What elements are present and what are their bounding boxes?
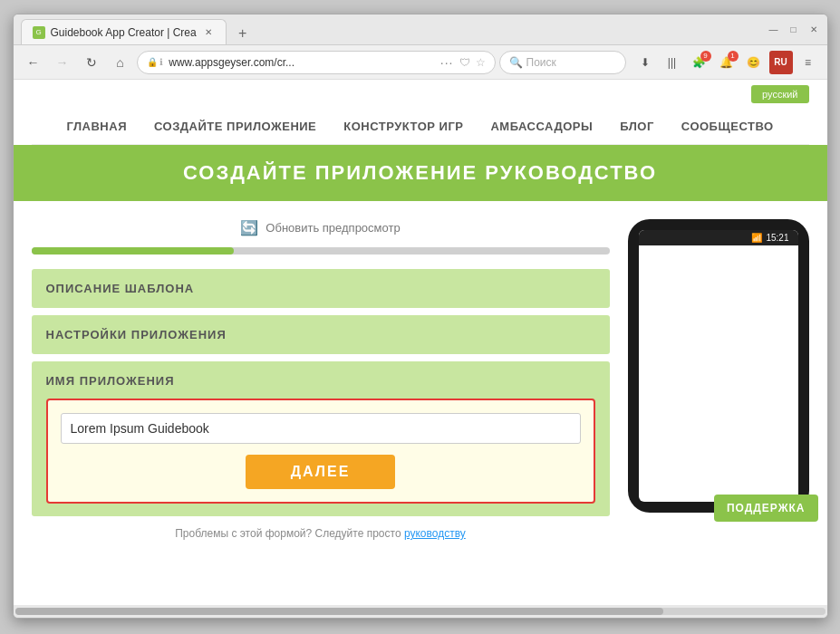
refresh-button[interactable]: ↻ — [79, 50, 104, 75]
accordion-template[interactable]: ОПИСАНИЕ ШАБЛОНА — [32, 269, 610, 308]
support-button[interactable]: ПОДДЕРЖКА — [714, 495, 818, 522]
app-name-section-label: ИМЯ ПРИЛОЖЕНИЯ — [46, 374, 595, 388]
nav-ambassadors[interactable]: АМБАССАДОРЫ — [490, 120, 593, 133]
next-button[interactable]: ДАЛЕЕ — [246, 455, 396, 489]
page-banner: СОЗДАЙТЕ ПРИЛОЖЕНИЕ РУКОВОДСТВО — [14, 145, 827, 201]
phone-status-bar: 📶 15:21 — [639, 230, 798, 245]
progress-fill — [32, 247, 234, 255]
progress-bar — [32, 247, 610, 255]
title-bar: G Guidebook App Creator | Crea ✕ + — □ ✕ — [14, 14, 827, 45]
phone-mockup: 📶 15:21 ПОДДЕРЖКА — [628, 219, 809, 540]
site-header: русский ГЛАВНАЯ СОЗДАЙТЕ ПРИЛОЖЕНИЕ КОНС… — [14, 80, 827, 145]
help-link[interactable]: руководству — [404, 527, 466, 540]
nav-create-app[interactable]: СОЗДАЙТЕ ПРИЛОЖЕНИЕ — [154, 120, 316, 133]
search-placeholder: Поиск — [526, 56, 556, 69]
star-icon[interactable]: ☆ — [476, 56, 486, 69]
nav-home[interactable]: ГЛАВНАЯ — [66, 120, 127, 133]
refresh-bar: 🔄 Обновить предпросмотр — [32, 219, 610, 236]
nav-blog[interactable]: БЛОГ — [620, 120, 654, 133]
help-text: Проблемы с этой формой? Следуйте просто … — [32, 527, 610, 540]
window-minimize-button[interactable]: — — [768, 24, 780, 36]
tab-favicon: G — [33, 26, 45, 39]
home-button[interactable]: ⌂ — [108, 50, 133, 75]
notification-icon[interactable]: 🔔 1 — [715, 51, 739, 74]
nav-bar: ← → ↻ ⌂ 🔒 ℹ www.appsgeyser.com/cr... ···… — [14, 45, 827, 80]
forward-button[interactable]: → — [50, 50, 75, 75]
search-icon: 🔍 — [509, 56, 523, 69]
scroll-thumb[interactable] — [15, 608, 663, 615]
nav-game-builder[interactable]: КОНСТРУКТОР ИГР — [343, 120, 463, 133]
app-name-form: ДАЛЕЕ — [46, 399, 595, 504]
search-box[interactable]: 🔍 Поиск — [499, 51, 626, 74]
bottom-scrollbar[interactable] — [14, 605, 827, 618]
accordion-settings[interactable]: НАСТРОЙКИ ПРИЛОЖЕНИЯ — [32, 315, 610, 354]
avatar-icon[interactable]: 😊 — [742, 51, 766, 74]
shield-icon: 🛡 — [459, 56, 470, 69]
menu-icon[interactable]: ≡ — [797, 51, 820, 74]
window-close-button[interactable]: ✕ — [807, 24, 820, 36]
tab-title: Guidebook App Creator | Crea — [51, 26, 197, 39]
site-nav: ГЛАВНАЯ СОЗДАЙТЕ ПРИЛОЖЕНИЕ КОНСТРУКТОР … — [32, 109, 809, 145]
app-name-input[interactable] — [61, 413, 581, 444]
address-dots: ··· — [440, 55, 454, 70]
browser-tab[interactable]: G Guidebook App Creator | Crea ✕ — [21, 19, 227, 44]
refresh-icon[interactable]: 🔄 — [240, 219, 258, 236]
browser-window: G Guidebook App Creator | Crea ✕ + — □ ✕… — [13, 14, 828, 619]
page-content: русский ГЛАВНАЯ СОЗДАЙТЕ ПРИЛОЖЕНИЕ КОНС… — [14, 80, 827, 605]
app-name-section: ИМЯ ПРИЛОЖЕНИЯ ДАЛЕЕ — [32, 361, 610, 516]
bookmarks-icon[interactable]: ||| — [661, 51, 684, 74]
phone-time: 15:21 — [766, 233, 788, 243]
download-icon[interactable]: ⬇ — [633, 51, 657, 74]
security-icons: 🔒 ℹ — [147, 57, 164, 67]
extensions-icon[interactable]: 🧩 9 — [688, 51, 711, 74]
lang-button[interactable]: русский — [751, 85, 808, 103]
back-button[interactable]: ← — [21, 50, 46, 75]
form-section: 🔄 Обновить предпросмотр ОПИСАНИЕ ШАБЛОНА… — [32, 219, 610, 540]
tab-close-icon[interactable]: ✕ — [202, 26, 215, 39]
address-text: www.appsgeyser.com/cr... — [169, 56, 435, 69]
phone-screen: 📶 15:21 — [639, 230, 798, 502]
address-bar[interactable]: 🔒 ℹ www.appsgeyser.com/cr... ··· 🛡 ☆ — [137, 51, 496, 74]
ru-locale-button[interactable]: RU — [769, 51, 793, 74]
signal-icon: 📶 — [751, 233, 762, 243]
window-maximize-button[interactable]: □ — [787, 24, 800, 36]
new-tab-button[interactable]: + — [232, 23, 254, 44]
nav-community[interactable]: СООБЩЕСТВО — [681, 120, 774, 133]
refresh-label[interactable]: Обновить предпросмотр — [266, 221, 400, 235]
